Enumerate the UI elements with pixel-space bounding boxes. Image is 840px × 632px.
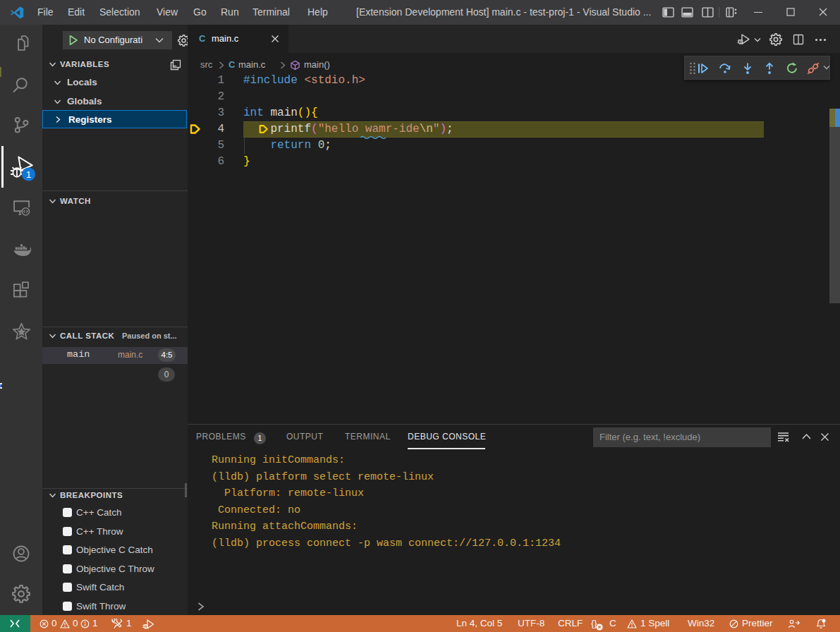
svg-text:1: 1 xyxy=(26,169,31,180)
